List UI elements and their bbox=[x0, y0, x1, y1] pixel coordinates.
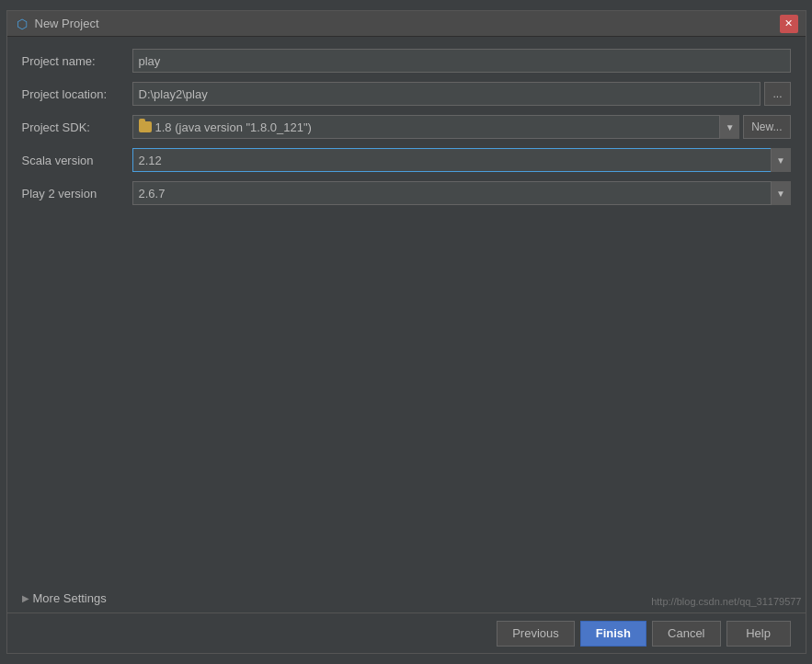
more-settings-arrow-icon: ▶ bbox=[22, 593, 29, 603]
scala-version-label: Scala version bbox=[22, 154, 132, 167]
project-sdk-row: Project SDK: 1.8 (java version "1.8.0_12… bbox=[22, 114, 791, 140]
sdk-select-wrapper: 1.8 (java version "1.8.0_121") ▼ bbox=[132, 115, 740, 139]
project-name-input[interactable] bbox=[132, 49, 791, 73]
play2-version-select-wrapper: 2.6.7 ▼ bbox=[132, 181, 791, 205]
help-button[interactable]: Help bbox=[726, 621, 791, 647]
dialog-title: New Project bbox=[35, 17, 780, 30]
dialog-footer: Previous Finish Cancel Help bbox=[7, 612, 806, 653]
project-name-label: Project name: bbox=[22, 54, 132, 68]
play2-version-row: Play 2 version 2.6.7 ▼ bbox=[22, 180, 791, 206]
cancel-button[interactable]: Cancel bbox=[652, 621, 720, 647]
play2-version-label: Play 2 version bbox=[22, 187, 132, 200]
project-location-input[interactable] bbox=[132, 82, 761, 106]
new-project-dialog: ⬡ New Project ✕ Project name: Project lo… bbox=[6, 10, 806, 654]
sdk-value-text: 1.8 (java version "1.8.0_121") bbox=[155, 120, 312, 134]
dialog-icon: ⬡ bbox=[15, 17, 29, 31]
form-content: Project name: Project location: ... Proj… bbox=[7, 37, 806, 584]
close-button[interactable]: ✕ bbox=[780, 15, 798, 33]
scala-version-select-wrapper: 2.12 ▼ bbox=[132, 148, 791, 172]
project-sdk-label: Project SDK: bbox=[22, 120, 132, 134]
sdk-group: 1.8 (java version "1.8.0_121") ▼ New... bbox=[132, 115, 791, 139]
project-location-browse-button[interactable]: ... bbox=[764, 82, 790, 106]
titlebar: ⬡ New Project ✕ bbox=[7, 11, 806, 37]
scala-version-row: Scala version 2.12 ▼ bbox=[22, 147, 791, 173]
play2-version-select[interactable]: 2.6.7 bbox=[132, 181, 791, 205]
project-location-row: Project location: ... bbox=[22, 81, 791, 107]
main-spacer bbox=[22, 213, 791, 573]
sdk-folder-icon bbox=[139, 121, 152, 132]
project-name-row: Project name: bbox=[22, 48, 791, 74]
scala-version-select[interactable]: 2.12 bbox=[132, 148, 791, 172]
project-location-label: Project location: bbox=[22, 87, 132, 101]
more-settings-label: More Settings bbox=[33, 591, 107, 605]
sdk-display[interactable]: 1.8 (java version "1.8.0_121") bbox=[132, 115, 740, 139]
finish-button[interactable]: Finish bbox=[580, 621, 646, 647]
previous-button[interactable]: Previous bbox=[497, 621, 575, 647]
project-location-group: ... bbox=[132, 82, 791, 106]
watermark: http://blog.csdn.net/qq_31179577 bbox=[651, 596, 801, 607]
sdk-new-button[interactable]: New... bbox=[743, 115, 790, 139]
